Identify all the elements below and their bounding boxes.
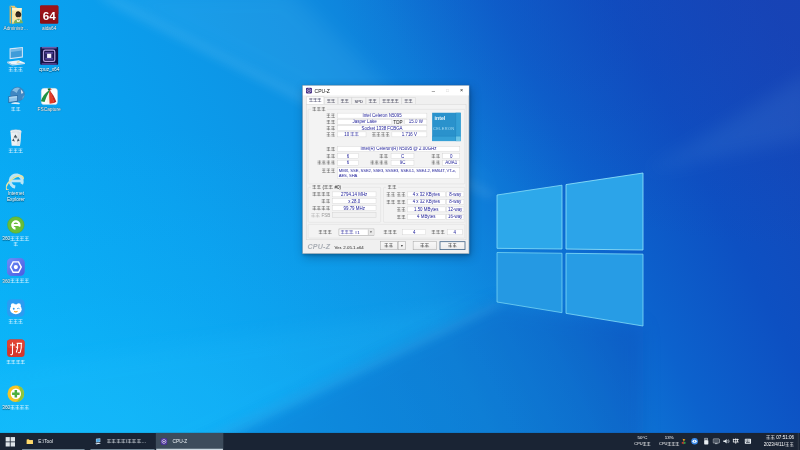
tray-keyboard-icon[interactable] xyxy=(744,438,752,446)
this-pc-icon xyxy=(6,46,26,66)
desktop-icon-label: 360 xyxy=(0,278,32,284)
processor-groupbox-title xyxy=(311,107,327,112)
desktop-icon-label xyxy=(0,319,32,325)
desktop-icon-ludashi[interactable] xyxy=(0,298,32,325)
family-label xyxy=(306,154,335,159)
l3-label xyxy=(370,215,406,220)
threads-label xyxy=(426,230,445,235)
taskbar-button-cpuz[interactable]: CPU-Z xyxy=(156,433,224,450)
processor-select[interactable]: #1▼ xyxy=(339,229,374,236)
cores-field: 4 xyxy=(403,229,426,235)
desktop-icon-network[interactable] xyxy=(0,85,32,112)
tab-about[interactable] xyxy=(401,98,415,105)
taskbar-clock[interactable]: 07:51:06 2023/4/11/ xyxy=(764,434,794,448)
tdp-label: TDP xyxy=(385,120,403,125)
cores-label xyxy=(378,230,397,235)
technology-label xyxy=(306,132,335,137)
l1-data-way-field: 8-way xyxy=(446,192,464,197)
instructions-field: MMX, SSE, SSE2, SSE3, SSSE3, SSE4.1, SSE… xyxy=(337,168,460,179)
package-field: Socket 1338 FCBGA xyxy=(337,125,427,130)
l3-way-field: 16-way xyxy=(446,214,464,219)
stepping-label xyxy=(423,154,441,159)
tab-bench[interactable] xyxy=(379,98,401,105)
tray-network-icon[interactable] xyxy=(713,438,721,446)
aida64-icon: 64 xyxy=(39,5,59,25)
cpuz-app-icon xyxy=(306,88,312,94)
desktop-icon-label: FSCapture xyxy=(33,107,65,113)
taskbar-button-label: CPU-Z xyxy=(173,439,188,444)
desktop-screen: Administr… 64 aida64 cpuz_x64 xyxy=(0,0,800,450)
tab-memory[interactable] xyxy=(338,98,352,105)
ludashi-icon xyxy=(6,298,26,318)
start-button[interactable] xyxy=(0,433,21,450)
tab-processor[interactable] xyxy=(306,97,324,105)
desktop-icon-label xyxy=(0,360,32,366)
l1-inst-way-field: 8-way xyxy=(446,199,464,204)
desktop-icon-label: 360 xyxy=(0,405,32,411)
fscapture-icon xyxy=(39,85,59,105)
l1-data-label xyxy=(370,192,406,197)
package-label xyxy=(306,126,335,131)
desktop-icon-360-driver-master[interactable]: 360 xyxy=(0,257,32,284)
desktop-icon-360-safe[interactable]: 360 xyxy=(0,384,32,411)
selection-label xyxy=(311,230,332,235)
ext-family-field: 6 xyxy=(337,160,359,165)
network-icon xyxy=(6,85,26,105)
360-driver-master-icon xyxy=(6,257,26,277)
desktop-icon-label: 360 xyxy=(0,236,32,247)
tools-button[interactable] xyxy=(380,241,398,250)
multiplier-label xyxy=(308,199,331,204)
desktop-icon-admin-folder[interactable]: Administr… xyxy=(0,5,32,32)
l2-label xyxy=(370,207,406,212)
core-speed-label xyxy=(308,192,331,197)
desktop-icon-label: Internet Explorer xyxy=(0,191,32,202)
cpuz-tabstrip: SPD xyxy=(306,97,415,105)
tdp-field: 15.0 W xyxy=(405,119,428,124)
tab-spd[interactable]: SPD xyxy=(352,98,366,105)
desktop-icon-this-pc[interactable] xyxy=(0,46,32,73)
taskbar-button-explorer[interactable]: E:\Tool xyxy=(22,433,85,450)
tab-graphics[interactable] xyxy=(366,98,380,105)
close-button[interactable]: × xyxy=(455,86,469,95)
taskbar: E:\Tool \… CPU-Z 50°C CPU 13% CPU xyxy=(0,433,800,450)
core-voltage-field: 1.716 V xyxy=(392,132,427,137)
cpuz-titlebar[interactable]: CPU-Z – □ × xyxy=(303,86,469,96)
taskbar-button-control-panel[interactable]: \… xyxy=(90,433,155,450)
control-panel-icon xyxy=(95,438,102,445)
desktop-icon-cpuz-x64[interactable]: cpuz_x64 xyxy=(33,46,65,73)
scale-root: Administr… 64 aida64 cpuz_x64 xyxy=(0,0,800,450)
tab-mainboard[interactable] xyxy=(324,98,338,105)
tray-volume-icon[interactable] xyxy=(723,438,731,446)
desktop-icon-recycle-bin[interactable] xyxy=(0,127,32,154)
tray-360-icon[interactable] xyxy=(691,438,699,446)
ok-button[interactable] xyxy=(440,241,466,250)
recycle-bin-icon xyxy=(6,127,26,147)
tools-dropdown-button[interactable]: ▼ xyxy=(398,241,406,250)
ime-indicator[interactable] xyxy=(732,437,740,445)
desktop-icon-aida64[interactable]: 64 aida64 xyxy=(33,5,65,32)
tray-usb-icon[interactable] xyxy=(703,438,711,446)
desktop-icon-label: Administr… xyxy=(0,26,32,32)
taskbar-button-label: E:\Tool xyxy=(38,439,53,444)
maximize-button[interactable]: □ xyxy=(440,86,454,95)
desktop-icon-driver-genius[interactable] xyxy=(0,338,32,365)
validate-button[interactable] xyxy=(413,241,437,250)
cpuz-x64-icon xyxy=(39,46,59,66)
aida64-icon-text: 64 xyxy=(43,9,56,22)
window-title: CPU-Z xyxy=(315,88,330,94)
taskbar-button-label: \… xyxy=(107,439,147,444)
stepping-field: 0 xyxy=(443,153,461,158)
desktop-icon-fscapture[interactable]: FSCapture xyxy=(33,85,65,112)
tray-pinwheel-icon[interactable] xyxy=(680,438,688,446)
desktop-icon-internet-explorer[interactable]: Internet Explorer xyxy=(0,170,32,203)
l1-inst-label xyxy=(370,200,406,205)
celeron-wordmark: CELERON xyxy=(433,126,455,131)
minimize-button[interactable]: – xyxy=(426,86,440,95)
name-field: Intel Celeron N5095 xyxy=(337,113,427,118)
l3-size-field: 4 MBytes xyxy=(407,214,445,219)
desktop-icon-label: cpuz_x64 xyxy=(33,67,65,73)
internet-explorer-icon xyxy=(6,170,26,190)
desktop-icon-360-browser[interactable]: 360 xyxy=(0,215,32,248)
360-safe-icon xyxy=(6,384,26,404)
combo-dropdown-arrow[interactable]: ▼ xyxy=(368,229,374,235)
